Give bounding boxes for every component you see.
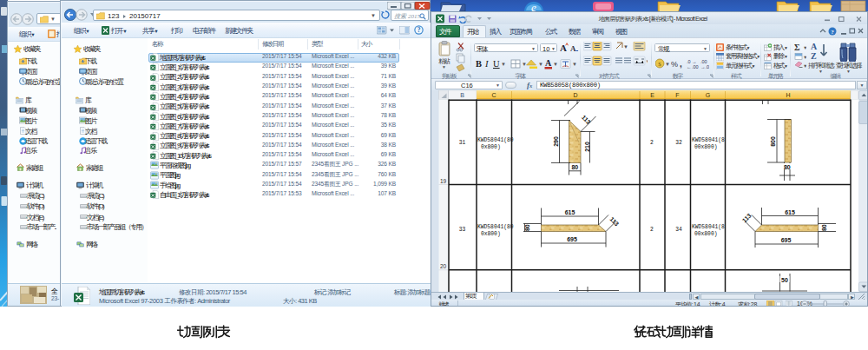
svg-text:0x800): 0x800) bbox=[481, 231, 501, 237]
svg-text:31: 31 bbox=[459, 140, 466, 146]
svg-text:210: 210 bbox=[584, 142, 590, 152]
svg-text:A: A bbox=[570, 44, 576, 53]
svg-text:B: B bbox=[476, 59, 482, 69]
svg-text:▼: ▼ bbox=[553, 62, 558, 67]
svg-text:▼: ▼ bbox=[665, 62, 670, 67]
svg-text:E: E bbox=[650, 92, 654, 98]
svg-text:e: e bbox=[531, 1, 536, 11]
svg-text:?: ? bbox=[831, 29, 834, 36]
svg-text:▼: ▼ bbox=[803, 63, 806, 69]
svg-text:34: 34 bbox=[675, 227, 682, 233]
svg-text:%: % bbox=[671, 59, 678, 68]
svg-text:C: C bbox=[491, 92, 496, 98]
svg-text:695: 695 bbox=[781, 237, 792, 243]
svg-text:$: $ bbox=[658, 60, 661, 67]
svg-text:KWD58041(8: KWD58041(8 bbox=[692, 137, 725, 143]
svg-text:Σ: Σ bbox=[794, 43, 800, 52]
svg-text:U: U bbox=[493, 59, 500, 69]
svg-text:290: 290 bbox=[553, 136, 559, 147]
svg-text:→.0: →.0 bbox=[700, 64, 709, 69]
svg-text:A: A bbox=[545, 58, 552, 68]
svg-text:20: 20 bbox=[440, 263, 447, 269]
svg-text:F: F bbox=[675, 92, 679, 98]
svg-text:80: 80 bbox=[821, 224, 827, 231]
svg-text:2: 2 bbox=[650, 140, 654, 146]
svg-text:I: I bbox=[484, 59, 489, 69]
svg-text:←: ← bbox=[687, 64, 692, 69]
svg-text:33: 33 bbox=[459, 227, 466, 233]
svg-text:80: 80 bbox=[571, 164, 578, 170]
svg-text:695: 695 bbox=[567, 236, 577, 242]
svg-text:615: 615 bbox=[565, 209, 575, 215]
svg-text:A: A bbox=[811, 42, 818, 51]
svg-text:80: 80 bbox=[524, 224, 530, 231]
svg-text:▼: ▼ bbox=[501, 62, 506, 67]
svg-text:615: 615 bbox=[785, 209, 795, 215]
svg-text:▼: ▼ bbox=[803, 45, 806, 50]
svg-text:KWD58041(80: KWD58041(80 bbox=[477, 137, 514, 143]
svg-text:H: H bbox=[786, 92, 790, 98]
svg-text:▼: ▼ bbox=[572, 62, 576, 67]
svg-text:.00: .00 bbox=[692, 64, 699, 69]
svg-text:G: G bbox=[706, 92, 710, 98]
svg-text:▼: ▼ bbox=[522, 62, 527, 67]
svg-text:▼: ▼ bbox=[803, 55, 806, 60]
svg-text:B: B bbox=[460, 92, 464, 98]
svg-text:D: D bbox=[573, 92, 577, 98]
svg-text:2: 2 bbox=[650, 227, 654, 233]
svg-text:A: A bbox=[560, 43, 567, 53]
svg-text:32: 32 bbox=[675, 140, 682, 146]
svg-text:00x800): 00x800) bbox=[694, 144, 717, 150]
svg-text:KWD58041(8: KWD58041(8 bbox=[692, 224, 725, 230]
svg-text:▼: ▼ bbox=[646, 59, 648, 64]
svg-text:19: 19 bbox=[440, 178, 447, 184]
svg-text:80: 80 bbox=[784, 164, 791, 170]
svg-text:,: , bbox=[680, 58, 682, 68]
svg-text:KWD58041(80: KWD58041(80 bbox=[477, 224, 514, 230]
svg-text:Z: Z bbox=[811, 51, 817, 61]
svg-text:50: 50 bbox=[781, 277, 788, 283]
svg-text:00x800): 00x800) bbox=[694, 231, 717, 237]
svg-text:800: 800 bbox=[770, 136, 776, 147]
svg-text:?: ? bbox=[418, 26, 421, 34]
svg-text:▼: ▼ bbox=[538, 62, 543, 67]
svg-text:0x800): 0x800) bbox=[481, 144, 501, 150]
svg-text:▼: ▼ bbox=[623, 44, 628, 50]
